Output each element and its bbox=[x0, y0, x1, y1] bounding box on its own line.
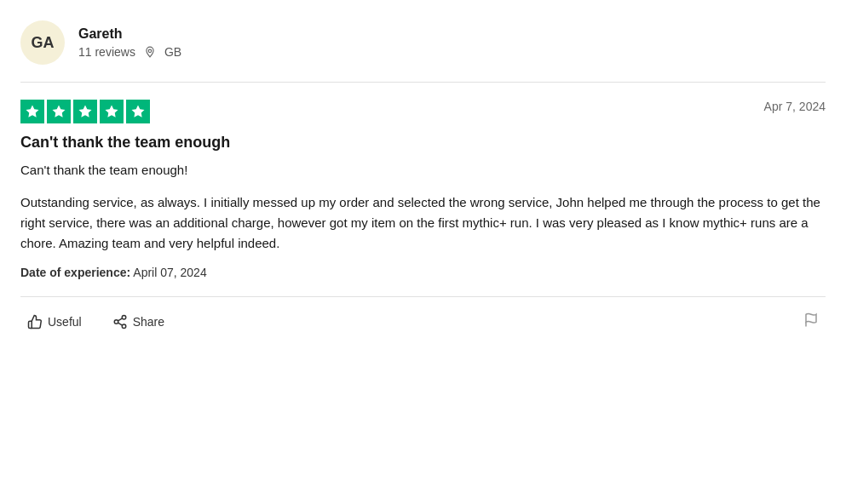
review-header: Apr 7, 2024 bbox=[20, 100, 826, 123]
review-actions: Useful Share bbox=[20, 296, 826, 346]
thumbs-up-icon bbox=[27, 314, 43, 329]
reviewer-meta: 11 reviews GB bbox=[78, 45, 181, 59]
useful-label: Useful bbox=[48, 315, 82, 329]
review-paragraph-2: Outstanding service, as always. I initia… bbox=[20, 192, 826, 254]
review-paragraph-1: Can't thank the team enough! bbox=[20, 160, 826, 180]
date-of-experience: Date of experience: April 07, 2024 bbox=[20, 266, 826, 279]
share-icon bbox=[112, 314, 128, 329]
review-text: Can't thank the team enough! Outstanding… bbox=[20, 160, 826, 254]
location-icon bbox=[144, 46, 156, 58]
useful-button[interactable]: Useful bbox=[20, 311, 89, 333]
review-body: Apr 7, 2024 Can't thank the team enough … bbox=[20, 83, 826, 279]
flag-icon bbox=[803, 312, 819, 328]
svg-line-5 bbox=[118, 318, 122, 320]
review-title: Can't thank the team enough bbox=[20, 134, 826, 152]
svg-point-0 bbox=[148, 49, 152, 53]
svg-line-4 bbox=[118, 323, 122, 325]
reviews-count: 11 reviews bbox=[78, 45, 135, 59]
flag-button[interactable] bbox=[797, 309, 826, 334]
svg-point-1 bbox=[122, 315, 126, 319]
stars-container bbox=[20, 100, 150, 123]
svg-point-2 bbox=[114, 319, 118, 324]
reviewer-name: Gareth bbox=[78, 26, 181, 42]
reviewer-info: Gareth 11 reviews GB bbox=[78, 26, 181, 59]
star-5 bbox=[126, 100, 150, 123]
review-date: Apr 7, 2024 bbox=[764, 100, 826, 113]
action-buttons: Useful Share bbox=[20, 311, 171, 333]
star-2 bbox=[47, 100, 71, 123]
country-code: GB bbox=[164, 45, 181, 59]
svg-point-3 bbox=[122, 324, 126, 329]
review-card: GA Gareth 11 reviews GB bbox=[0, 0, 846, 346]
date-of-experience-label: Date of experience: bbox=[20, 266, 130, 279]
reviewer-section: GA Gareth 11 reviews GB bbox=[20, 20, 826, 83]
share-label: Share bbox=[133, 315, 164, 329]
avatar: GA bbox=[20, 20, 65, 65]
star-4 bbox=[100, 100, 124, 123]
date-of-experience-value-text: April 07, 2024 bbox=[133, 266, 206, 279]
star-3 bbox=[73, 100, 97, 123]
share-button[interactable]: Share bbox=[106, 311, 171, 333]
star-1 bbox=[20, 100, 44, 123]
